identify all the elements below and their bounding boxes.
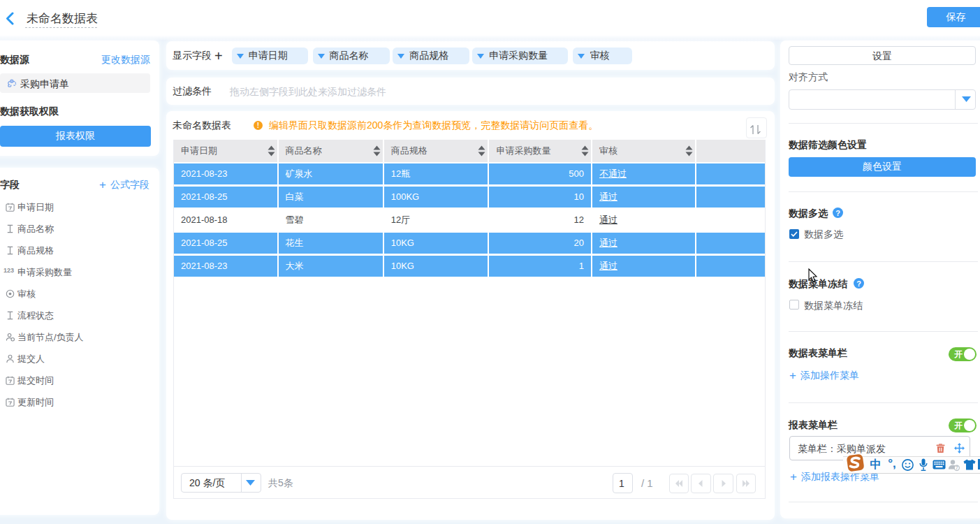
svg-text:7: 7	[956, 465, 958, 470]
